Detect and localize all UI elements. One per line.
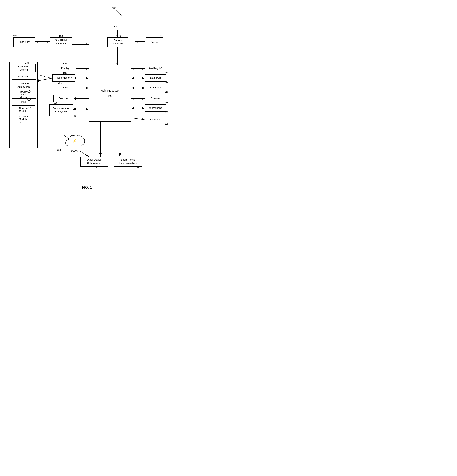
network-ref: 200: [57, 149, 61, 152]
os-ref: 134: [25, 61, 29, 64]
battery-box: Battery: [146, 37, 163, 47]
battery-interface-label: BatteryInterface: [113, 39, 123, 45]
other-device-subsystems-box: Other DeviceSubsystems: [80, 157, 108, 167]
connect-module-item: ConnectModule: [12, 106, 36, 113]
it-policy-label: IT PolicyModule: [19, 115, 29, 121]
message-app-box: MessageApplication: [12, 81, 35, 90]
short-range-comms-label: Short-RangeCommunications: [119, 158, 137, 165]
network-cloud: ⚡ Network: [64, 134, 87, 149]
short-range-comms-box: Short-RangeCommunications: [114, 157, 142, 167]
svg-line-16: [79, 151, 89, 157]
battery-interface-ref: 132: [117, 35, 121, 37]
pim-label: PIM: [21, 101, 26, 104]
network-label: Network: [70, 150, 78, 152]
svg-marker-29: [50, 77, 51, 79]
diagram: 100 V+ ▲ SIM/RUIM 126 SIM/RUIMInterface …: [0, 0, 174, 184]
os-label: OperatingSystem: [18, 65, 29, 71]
keyboard-ref: 116: [165, 90, 168, 93]
speaker-label: Speaker: [151, 97, 160, 100]
programs-label: Programs: [18, 75, 29, 78]
keyboard-box: Keyboard: [145, 84, 166, 91]
aux-io-label: Auxiliary I/O: [149, 67, 162, 70]
data-port-ref: 114: [165, 81, 168, 84]
speaker-box: Speaker: [145, 95, 166, 102]
display-label: Display: [61, 67, 70, 70]
sim-ruim-box: SIM/RUIM: [13, 37, 35, 47]
svg-line-28: [37, 74, 51, 78]
sim-ruim-interface-label: SIM/RUIMInterface: [55, 39, 67, 45]
rendering-ref: 125: [165, 123, 168, 125]
data-port-box: Data Port: [145, 74, 166, 82]
battery-label: Battery: [150, 41, 158, 44]
data-port-label: Data Port: [150, 76, 161, 80]
ram-box: RAM: [55, 84, 76, 91]
it-policy-item: IT PolicyModule: [12, 114, 36, 122]
sim-ruim-interface-box: SIM/RUIMInterface: [50, 37, 72, 47]
ram-ref: 106: [58, 82, 62, 84]
comm-subsystem-box: CommunicationSubsystem: [49, 104, 73, 116]
battery-ref: 130: [158, 35, 162, 37]
decoder-box: Decoder: [53, 95, 74, 102]
os-box: OperatingSystem: [12, 64, 36, 72]
sim-ruim-ref: 126: [13, 35, 17, 37]
device-state-ref: 140: [27, 91, 31, 94]
main-processor-ref: 102: [101, 94, 119, 98]
connect-module-ref: 144: [27, 106, 31, 109]
microphone-box: Microphone: [145, 104, 166, 112]
device-state-label: DeviceStateModule: [20, 91, 27, 99]
pim-ref: 142: [27, 99, 31, 102]
voltage-ref: ▲: [113, 29, 115, 31]
flash-memory-ref: 108: [63, 72, 67, 75]
rendering-box: Rendering: [145, 116, 166, 123]
ram-label: RAM: [63, 86, 68, 89]
main-processor-box: Main Processor 102: [89, 65, 131, 122]
comm-subsystem-ref: 103: [53, 102, 57, 105]
figure-ref-100: 100: [112, 7, 116, 9]
svg-line-22: [131, 118, 145, 120]
sim-ruim-label: SIM/RUIM: [18, 41, 30, 44]
sim-ruim-interface-ref: 128: [59, 35, 63, 37]
keyboard-label: Keyboard: [150, 86, 161, 89]
aux-io-ref: 112: [165, 71, 168, 74]
rendering-label: Rendering: [150, 118, 161, 121]
message-app-label: MessageApplication: [17, 82, 30, 89]
microphone-label: Microphone: [149, 106, 162, 110]
decoder-label: Decoder: [59, 97, 68, 100]
figure-label: FIG. 1: [0, 186, 174, 190]
svg-line-25: [36, 78, 52, 81]
pim-box: PIM: [12, 99, 35, 106]
display-ref: 110: [63, 62, 67, 65]
programs-item: Programs: [12, 74, 36, 80]
svg-text:⚡: ⚡: [72, 139, 77, 143]
display-box: Display: [55, 65, 76, 72]
microphone-ref: 120: [165, 111, 168, 114]
main-processor-label: Main Processor: [101, 89, 119, 92]
short-range-comms-ref: 122: [135, 166, 139, 169]
device-state-item: DeviceStateModule: [12, 91, 36, 99]
aux-io-box: Auxiliary I/O: [145, 65, 166, 72]
other-device-subsystems-label: Other DeviceSubsystems: [87, 158, 102, 165]
comm-subsystem-label: CommunicationSubsystem: [52, 107, 70, 113]
other-device-ref: 124: [94, 166, 98, 169]
battery-interface-box: BatteryInterface: [107, 37, 128, 47]
speaker-ref: 118: [165, 101, 168, 104]
it-policy-ref: 146: [17, 121, 21, 124]
voltage-label: V+: [114, 25, 117, 28]
comm-line-ref: 104: [72, 115, 76, 117]
flash-memory-label: Flash Memory: [56, 76, 72, 80]
flash-memory-box: Flash Memory: [52, 74, 75, 82]
